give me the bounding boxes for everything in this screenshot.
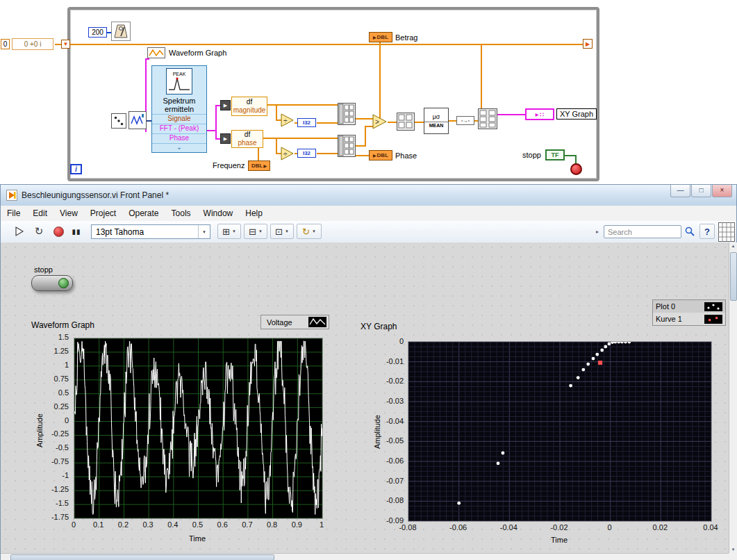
divide-node-2[interactable]: ÷ — [281, 147, 295, 160]
maximize-button[interactable]: □ — [691, 185, 711, 197]
stopp-tf-terminal[interactable]: TF — [545, 149, 565, 160]
menu-window[interactable]: Window — [197, 206, 240, 220]
array-grid-icon — [338, 135, 356, 157]
toolbar-splitter-icon[interactable]: ▸ — [594, 224, 601, 239]
mini-waveform — [130, 113, 145, 128]
menu-view[interactable]: View — [53, 206, 84, 220]
search-button[interactable] — [683, 224, 697, 239]
resize-objects-dropdown[interactable]: ⊡▼ — [270, 224, 294, 239]
xy-x-tick-label: -0.04 — [495, 523, 522, 532]
menu-tools[interactable]: Tools — [165, 206, 197, 220]
bundle-node-2[interactable] — [478, 108, 497, 129]
menu-project[interactable]: Project — [84, 206, 122, 220]
help-button[interactable]: ? — [699, 224, 715, 239]
bundle-node-1[interactable] — [397, 113, 415, 131]
menu-file[interactable]: File — [1, 206, 26, 220]
waveform-plot-legend[interactable]: Voltage — [260, 315, 329, 329]
pause-button[interactable]: ▮▮ — [69, 224, 84, 239]
waveform-plot-area[interactable] — [74, 338, 323, 519]
search-input[interactable] — [604, 225, 681, 238]
stop-button-label: stopp — [34, 265, 53, 274]
build-array-node-1[interactable] — [338, 103, 356, 125]
wait-until-next-ms-icon[interactable] — [111, 22, 131, 41]
window-grid-icon[interactable] — [718, 221, 736, 242]
menu-operate[interactable]: Operate — [122, 206, 165, 220]
metronome-icon — [113, 23, 129, 40]
xy-plot-area[interactable] — [408, 341, 712, 522]
express-vi-row-phase[interactable]: Phase — [152, 133, 206, 143]
font-selector[interactable]: 13pt Tahoma ▼ — [91, 224, 210, 239]
loop-tunnel-right-icon: ▶ — [583, 39, 593, 49]
window-title: Beschleunigungssensor.vi Front Panel * — [22, 190, 169, 200]
divide-node-1[interactable]: ÷ — [281, 113, 295, 127]
waveform-graph-terminal[interactable] — [147, 47, 165, 58]
wait-ms-constant[interactable]: 200 — [88, 27, 107, 38]
waveform-y-tick-label: 0.5 — [37, 388, 69, 397]
vertical-scrollbar[interactable]: ▲ ▼ — [729, 242, 737, 553]
scroll-down-icon[interactable]: ▼ — [729, 547, 737, 552]
horizontal-scroll-thumb[interactable] — [10, 554, 274, 560]
xy-graph-legend: Plot 0 Kurve 1 — [652, 299, 726, 326]
svg-text:÷: ÷ — [283, 150, 288, 158]
wire — [147, 120, 151, 122]
xy-x-tick-label: -0.06 — [445, 523, 472, 532]
window-titlebar[interactable]: Beschleunigungssensor.vi Front Panel * —… — [1, 185, 736, 206]
terminal-arrow-icon: ▶ — [263, 163, 267, 168]
while-loop-border[interactable] — [67, 7, 599, 181]
express-vi-expand-chevron-icon[interactable]: ⌄ — [152, 143, 206, 152]
abort-button[interactable] — [51, 224, 66, 239]
scroll-up-icon[interactable]: ▲ — [729, 244, 737, 248]
reorder-dropdown[interactable]: ↻▼ — [297, 224, 322, 239]
loop-stop-condition-icon[interactable] — [570, 163, 582, 175]
close-button[interactable]: × — [712, 185, 732, 197]
comparison-triangle-icon: > — [372, 114, 388, 129]
waveform-x-tick-label: 0.9 — [283, 520, 310, 529]
greater-node[interactable]: > — [372, 114, 388, 129]
df-phase-label: df phase — [231, 130, 263, 148]
express-vi-row-fft[interactable]: FFT - (Peak) — [152, 124, 206, 133]
express-vi-title: Spektrum ermitteln — [152, 97, 206, 115]
wire — [215, 105, 217, 139]
waveform-y-tick-label: -1 — [37, 471, 69, 479]
random-number-dice-icon[interactable] — [111, 113, 126, 129]
simulate-signal-icon[interactable] — [129, 111, 147, 129]
betrag-dbl-terminal[interactable]: ▶ DBL — [369, 32, 392, 42]
horizontal-scrollbar[interactable] — [1, 553, 729, 560]
xy-x-tick-label: -0.02 — [545, 523, 573, 532]
wire — [355, 155, 370, 156]
to-i32-node-2[interactable]: I32 — [297, 149, 316, 158]
init-constant[interactable]: 0 — [1, 39, 10, 49]
run-continuous-button[interactable]: ↻ — [31, 224, 47, 239]
waveform-y-tick-label: 0 — [37, 416, 69, 425]
spektrum-ermitteln-express-vi[interactable]: PEAK Spektrum ermitteln Signale FFT - (P… — [151, 65, 207, 153]
increment-node[interactable]: 0 +0 i — [12, 38, 53, 50]
waveform-x-tick-label: 0.8 — [258, 520, 286, 529]
vertical-scroll-thumb[interactable] — [730, 252, 737, 301]
distribute-objects-dropdown[interactable]: ⊟▼ — [244, 224, 267, 239]
waveform-y-tick-label: -0.5 — [37, 443, 69, 452]
align-objects-dropdown[interactable]: ⊞▼ — [217, 224, 241, 239]
df-line: df — [247, 98, 252, 106]
menu-help[interactable]: Help — [239, 206, 269, 220]
waveform-x-tick-label: 0.6 — [208, 520, 236, 529]
minimize-button[interactable]: — — [670, 185, 690, 197]
mean-node[interactable]: μσ MEAN — [424, 108, 449, 134]
build-array-node-2[interactable] — [338, 135, 356, 157]
menu-edit[interactable]: Edit — [26, 206, 53, 220]
convert-node[interactable]: ▫→▫ — [456, 116, 474, 125]
frequenz-dbl-terminal[interactable]: DBL ▶ — [248, 160, 270, 171]
grid-table-icon — [718, 222, 735, 242]
express-vi-row-signale[interactable]: Signale — [152, 114, 206, 124]
wire — [145, 58, 149, 60]
legend-row-plot0[interactable]: Plot 0 — [653, 300, 725, 313]
stop-button[interactable] — [31, 275, 73, 291]
legend-row-kurve1[interactable]: Kurve 1 — [653, 313, 725, 325]
xy-graph-terminal[interactable]: ▶ ∷ — [525, 108, 554, 120]
wire — [70, 44, 587, 45]
phase-dbl-terminal[interactable]: ▶ DBL — [369, 150, 392, 160]
to-i32-node-1[interactable]: I32 — [297, 118, 316, 127]
xy-y-tick-label: -0.06 — [372, 456, 404, 465]
xy-x-axis-label: Time — [538, 536, 580, 544]
run-button[interactable] — [12, 224, 27, 239]
loop-iteration-terminal[interactable]: i — [70, 164, 82, 174]
